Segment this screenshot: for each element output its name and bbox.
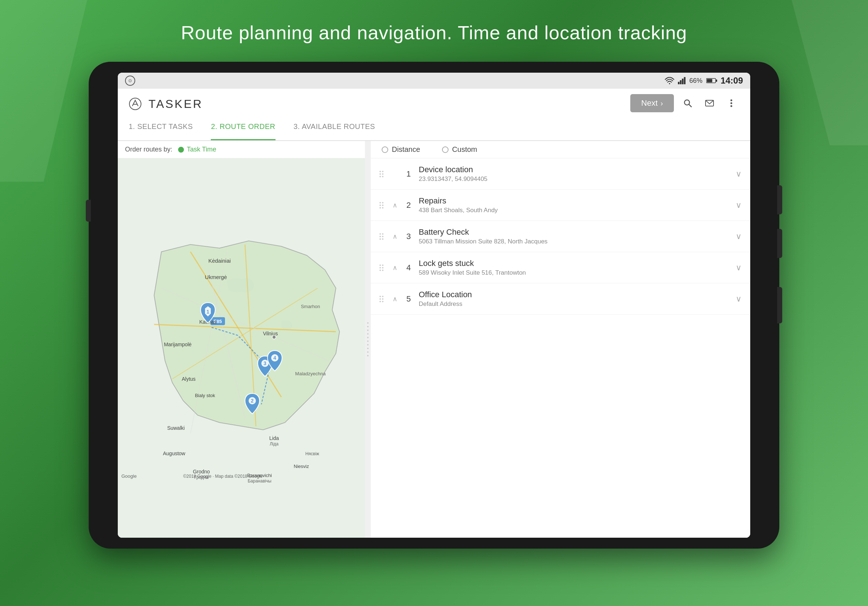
svg-rect-1: [678, 82, 679, 84]
drag-handle[interactable]: [380, 296, 385, 302]
signal-icon: [678, 77, 686, 84]
route-name: Repairs: [419, 196, 730, 206]
main-content: Order routes by: Task Time: [118, 141, 750, 538]
task-time-radio-dot: [178, 147, 184, 153]
route-number: 5: [404, 294, 413, 304]
drag-handle[interactable]: [380, 264, 385, 271]
volume-button: [86, 200, 91, 222]
app-header: TASKER Next ›: [118, 89, 750, 118]
distance-option[interactable]: Distance: [382, 145, 420, 154]
svg-text:Баранавічы: Баранавічы: [248, 478, 271, 484]
custom-option[interactable]: Custom: [442, 145, 477, 154]
svg-point-0: [669, 83, 670, 84]
up-arrow[interactable]: ∧: [391, 264, 398, 272]
map-panel: Order routes by: Task Time: [118, 141, 365, 538]
tab-route-order[interactable]: 2. ROUTE ORDER: [211, 118, 275, 140]
route-item[interactable]: ∧ 1 Device location 23.9313437, 54.90944…: [371, 158, 750, 190]
power-button: [777, 185, 782, 214]
svg-text:1: 1: [206, 309, 209, 315]
up-arrow[interactable]: ∧: [391, 295, 398, 303]
header-actions: Next ›: [630, 94, 739, 112]
svg-text:Vilnius: Vilnius: [263, 331, 278, 336]
volume-up-button: [777, 229, 782, 258]
next-chevron-icon: ›: [660, 99, 663, 108]
tab-available-routes[interactable]: 3. AVAILABLE ROUTES: [294, 118, 375, 140]
svg-line-10: [689, 105, 692, 107]
route-item[interactable]: ∧ 4 Lock gets stuck 589 Wisoky Inlet Sui…: [371, 252, 750, 283]
up-arrow[interactable]: ∧: [391, 232, 398, 241]
svg-text:Alytus: Alytus: [182, 376, 195, 382]
route-name: Battery Check: [419, 227, 730, 237]
route-info: Repairs 438 Bart Shoals, South Andy: [419, 196, 730, 214]
task-time-option[interactable]: Task Time: [178, 146, 216, 153]
more-button[interactable]: [723, 95, 739, 111]
status-bar-right: 66% 14:09: [665, 76, 743, 86]
status-time: 14:09: [721, 76, 743, 86]
route-item[interactable]: ∧ 5 Office Location Default Address ∨: [371, 283, 750, 315]
svg-rect-4: [684, 77, 685, 84]
order-by-label: Order routes by:: [125, 146, 172, 153]
svg-rect-3: [682, 79, 684, 84]
tab-select-tasks[interactable]: 1. SELECT TASKS: [129, 118, 193, 140]
route-item[interactable]: ∧ 2 Repairs 438 Bart Shoals, South Andy …: [371, 190, 750, 221]
custom-radio: [442, 147, 448, 153]
route-info: Office Location Default Address: [419, 290, 730, 308]
route-number: 3: [404, 232, 413, 241]
tablet-device: ⊙ 66%: [89, 62, 779, 549]
svg-point-12: [731, 99, 732, 101]
svg-text:Google: Google: [121, 473, 137, 479]
route-address: 589 Wisoky Inlet Suite 516, Trantowton: [419, 269, 730, 277]
svg-point-14: [731, 105, 732, 107]
screen: ⊙ 66%: [118, 73, 750, 538]
drag-handle[interactable]: [380, 233, 385, 240]
route-info: Lock gets stuck 589 Wisoky Inlet Suite 5…: [419, 259, 730, 277]
next-button[interactable]: Next ›: [630, 94, 674, 112]
svg-text:Ukmergė: Ukmergė: [205, 274, 227, 280]
svg-text:Augustow: Augustow: [163, 450, 185, 456]
app-logo: TASKER: [129, 96, 630, 111]
expand-icon[interactable]: ∨: [736, 169, 741, 179]
search-icon: [684, 99, 692, 108]
volume-down-button: [777, 287, 782, 323]
tabs: 1. SELECT TASKS 2. ROUTE ORDER 3. AVAILA…: [118, 118, 750, 141]
route-name: Lock gets stuck: [419, 259, 730, 268]
expand-icon[interactable]: ∨: [736, 263, 741, 272]
mail-button[interactable]: [702, 95, 718, 111]
expand-icon[interactable]: ∨: [736, 232, 741, 241]
svg-point-13: [731, 102, 732, 104]
mail-icon: [705, 99, 714, 107]
expand-icon[interactable]: ∨: [736, 294, 741, 304]
distance-radio: [382, 147, 388, 153]
status-bar: ⊙ 66%: [118, 73, 750, 89]
route-list: ∧ 1 Device location 23.9313437, 54.90944…: [371, 158, 750, 538]
route-number: 1: [404, 169, 413, 179]
svg-text:Niesviz: Niesviz: [294, 464, 309, 469]
page-title: Route planning and navigation. Time and …: [181, 22, 687, 43]
route-name: Device location: [419, 165, 730, 175]
expand-icon[interactable]: ∨: [736, 201, 741, 210]
svg-text:4: 4: [273, 355, 276, 361]
route-address: 438 Bart Shoals, South Andy: [419, 207, 730, 214]
svg-rect-6: [716, 80, 717, 82]
route-address: 5063 Tillman Mission Suite 828, North Ja…: [419, 238, 730, 245]
route-item[interactable]: ∧ 3 Battery Check 5063 Tillman Mission S…: [371, 221, 750, 252]
app-name: TASKER: [148, 97, 203, 110]
route-address: Default Address: [419, 300, 730, 308]
svg-text:Bialy stok: Bialy stok: [195, 393, 215, 398]
custom-label: Custom: [452, 145, 477, 154]
map-svg: E85 Ukmergė Kėdainiai Marijampolė Alytus…: [118, 158, 365, 538]
svg-text:2: 2: [251, 398, 254, 403]
nav-icon: ⊙: [125, 76, 135, 86]
search-button[interactable]: [680, 95, 696, 111]
drag-handle[interactable]: [380, 171, 385, 177]
drag-handle[interactable]: [380, 202, 385, 209]
svg-text:©2018 Google · Map data ©2018 : ©2018 Google · Map data ©2018 Google: [183, 474, 263, 479]
panel-divider: [365, 141, 371, 538]
up-arrow[interactable]: ∧: [391, 201, 398, 209]
status-bar-left: ⊙: [125, 76, 135, 86]
task-time-label: Task Time: [187, 146, 216, 153]
map-container[interactable]: E85 Ukmergė Kėdainiai Marijampolė Alytus…: [118, 158, 365, 538]
svg-text:Kėdainiai: Kėdainiai: [208, 258, 231, 264]
order-by-bar: Order routes by: Task Time: [118, 141, 365, 158]
svg-text:Maladzyechna: Maladzyechna: [295, 371, 326, 376]
